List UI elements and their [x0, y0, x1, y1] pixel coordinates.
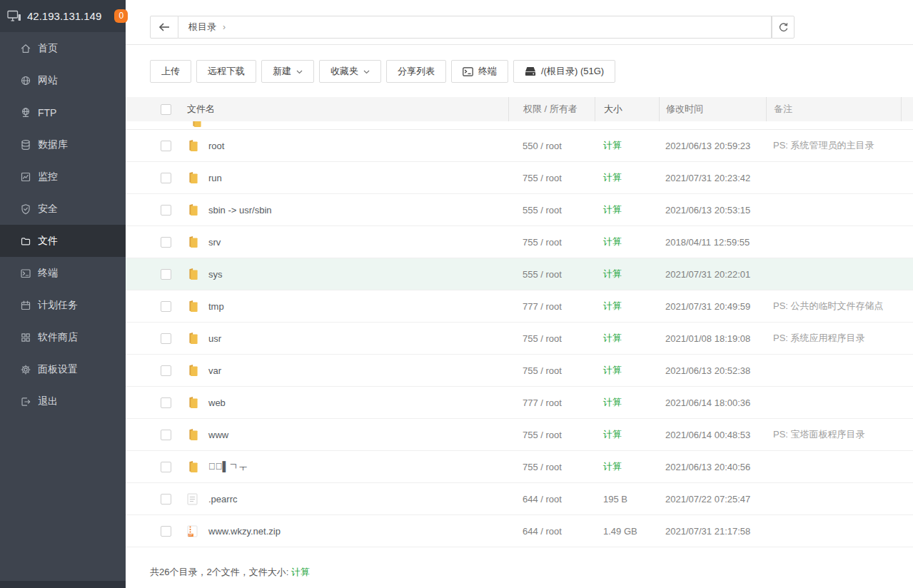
file-row: ZIPwww.wkzy.net.zip644 / root1.49 GB2021… — [126, 515, 913, 547]
row-checkbox[interactable] — [161, 301, 171, 312]
file-permission: 550 / root — [508, 141, 595, 151]
calculate-size-link[interactable]: 计算 — [603, 460, 622, 473]
file-name[interactable]: www — [208, 430, 228, 440]
grid-icon — [20, 332, 31, 343]
file-table-header: 文件名 权限 / 所有者 大小 修改时间 备注 — [126, 97, 913, 121]
terminal-icon — [463, 67, 473, 76]
folder-icon — [187, 332, 199, 345]
sidebar-item-monitor[interactable]: 监控 — [0, 161, 126, 193]
message-count-badge[interactable]: 0 — [114, 9, 128, 23]
calculate-size-link[interactable]: 计算 — [603, 332, 622, 345]
sidebar-item-files[interactable]: 文件 — [0, 225, 126, 257]
file-size: 195 B — [603, 494, 627, 505]
file-row: run755 / root计算2021/07/31 20:23:42 — [126, 162, 913, 194]
row-checkbox[interactable] — [161, 365, 171, 376]
row-checkbox[interactable] — [161, 462, 171, 472]
file-row: usr755 / root计算2021/01/08 18:19:08PS: 系统… — [126, 323, 913, 355]
new-dropdown-button[interactable]: 新建 — [261, 60, 314, 83]
favorites-dropdown-button[interactable]: 收藏夹 — [319, 60, 381, 83]
sidebar-item-home[interactable]: 首页 — [0, 32, 126, 64]
file-mtime: 2021/07/31 21:17:58 — [659, 526, 766, 537]
logout-icon — [20, 396, 31, 407]
row-checkbox[interactable] — [161, 205, 171, 216]
calculate-size-link[interactable]: 计算 — [603, 235, 622, 248]
column-header-note: 备注 — [766, 97, 901, 121]
file-name[interactable]: ᄡᅥ▌ㄱㅜ — [208, 460, 248, 473]
file-name[interactable]: run — [208, 173, 222, 183]
folder-icon — [187, 460, 199, 473]
row-checkbox[interactable] — [161, 430, 171, 440]
home-icon — [20, 43, 31, 54]
server-info[interactable]: 42.193.131.149 0 — [0, 0, 126, 32]
column-header-size: 大小 — [595, 97, 659, 121]
row-checkbox[interactable] — [161, 141, 171, 151]
sidebar-item-app-store[interactable]: 软件商店 — [0, 321, 126, 353]
file-permission: 777 / root — [508, 397, 595, 408]
sidebar-item-panel-settings[interactable]: 面板设置 — [0, 353, 126, 385]
sidebar-item-database[interactable]: 数据库 — [0, 128, 126, 161]
file-name[interactable]: sys — [208, 269, 223, 280]
file-name[interactable]: root — [208, 141, 224, 151]
calculate-size-link[interactable]: 计算 — [603, 428, 622, 441]
ftp-icon — [20, 107, 31, 118]
refresh-button[interactable] — [772, 16, 795, 39]
calculate-size-link[interactable]: 计算 — [603, 364, 622, 377]
sidebar-item-security[interactable]: 安全 — [0, 193, 126, 225]
folder-icon — [187, 268, 199, 280]
sidebar-item-ftp[interactable]: FTP — [0, 96, 126, 128]
sidebar-menu: 首页网站FTP数据库监控安全文件终端计划任务软件商店面板设置退出 — [0, 32, 126, 417]
sidebar-item-terminal[interactable]: 终端 — [0, 257, 126, 289]
status-bar: 共26个目录，2个文件，文件大小: 计算 — [150, 566, 913, 579]
file-permission: 755 / root — [508, 173, 595, 183]
file-permission: 755 / root — [508, 365, 595, 376]
sidebar-item-label: 退出 — [38, 395, 58, 408]
file-row: root550 / root计算2021/06/13 20:59:23PS: 系… — [126, 130, 913, 162]
calculate-size-link[interactable]: 计算 — [603, 139, 622, 152]
calculate-size-link[interactable]: 计算 — [603, 396, 622, 409]
breadcrumb[interactable]: 根目录 › — [178, 16, 772, 39]
file-name[interactable]: web — [208, 397, 226, 408]
shield-icon — [20, 203, 31, 215]
file-name[interactable]: var — [208, 365, 221, 376]
file-permission: 755 / root — [508, 333, 595, 344]
share-list-button[interactable]: 分享列表 — [386, 60, 446, 83]
calculate-size-link[interactable]: 计算 — [603, 300, 622, 313]
sidebar-item-logout[interactable]: 退出 — [0, 385, 126, 417]
sidebar-item-cron[interactable]: 计划任务 — [0, 289, 126, 321]
breadcrumb-root[interactable]: 根目录 — [188, 21, 216, 34]
row-checkbox[interactable] — [161, 173, 171, 183]
row-checkbox[interactable] — [161, 333, 171, 344]
upload-button[interactable]: 上传 — [150, 60, 191, 83]
back-button[interactable] — [150, 16, 178, 39]
disk-select-button[interactable]: /(根目录) (51G) — [513, 60, 615, 83]
calculate-size-link[interactable]: 计算 — [603, 268, 622, 280]
file-permission: 777 / root — [508, 301, 595, 312]
row-checkbox[interactable] — [161, 397, 171, 408]
globe-icon — [20, 75, 31, 86]
file-row: sys555 / root计算2021/07/31 20:22:01 — [126, 258, 913, 290]
row-checkbox[interactable] — [161, 237, 171, 248]
remote-download-button[interactable]: 远程下载 — [196, 60, 256, 83]
file-name[interactable]: www.wkzy.net.zip — [208, 526, 281, 537]
file-note: PS: 系统管理员的主目录 — [766, 139, 901, 152]
row-checkbox[interactable] — [161, 526, 171, 537]
sidebar-item-sites[interactable]: 网站 — [0, 64, 126, 96]
column-header-name: 文件名 — [187, 103, 508, 116]
file-note: PS: 公共的临时文件存储点 — [766, 300, 901, 313]
select-all-checkbox[interactable] — [161, 104, 171, 115]
folder-icon — [20, 235, 31, 247]
file-name[interactable]: .pearrc — [208, 494, 237, 505]
file-name[interactable]: srv — [208, 237, 221, 248]
file-mtime: 2021/06/14 00:48:53 — [659, 430, 766, 440]
file-name[interactable]: usr — [208, 333, 221, 344]
terminal-button[interactable]: 终端 — [451, 60, 508, 83]
file-row: www755 / root计算2021/06/14 00:48:53PS: 宝塔… — [126, 419, 913, 451]
sidebar-bottom-strip — [0, 581, 126, 588]
row-checkbox[interactable] — [161, 494, 171, 505]
row-checkbox[interactable] — [161, 269, 171, 280]
calculate-size-link[interactable]: 计算 — [603, 203, 622, 216]
file-name[interactable]: tmp — [208, 301, 224, 312]
file-name[interactable]: sbin -> usr/sbin — [208, 205, 272, 216]
calculate-size-link[interactable]: 计算 — [603, 171, 622, 184]
calculate-size-link[interactable]: 计算 — [291, 567, 310, 577]
